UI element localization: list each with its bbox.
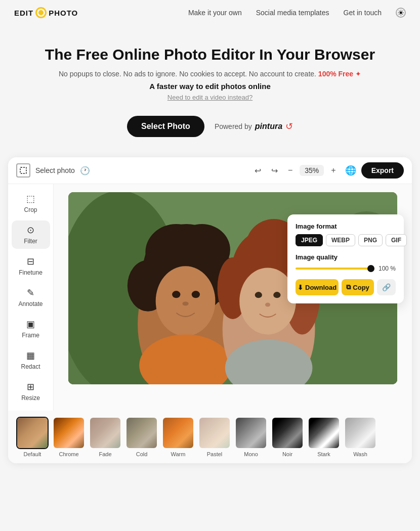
logo-photo-text: PHOTO [49,9,78,17]
filter-item-fade[interactable]: Fade [89,417,121,457]
copy-label: Copy [353,284,369,291]
format-section-label: Image format [296,223,396,230]
nav-link-get-in-touch[interactable]: Get in touch [344,9,382,17]
hero-section: The Free Online Photo Editor In Your Bro… [0,25,420,152]
filter-label-noir: Noir [282,451,292,457]
frame-label: Frame [22,332,39,339]
filter-preview-cold [127,418,157,448]
quality-slider[interactable] [296,268,374,270]
editor-toolbar: Select photo 🕐 ↩ ↪ − 35% + 🌐 Export [8,157,412,184]
format-png-button[interactable]: PNG [358,234,383,246]
filter-preview-chrome [54,418,84,448]
nav-link-social-media[interactable]: Social media templates [256,9,329,17]
redact-label: Redact [21,363,40,370]
editor-body: ⬚ Crop ⊙ Filter ⊟ Finetune ✎ Annotate ▣ … [8,184,412,411]
hero-star-icon: ✦ [355,70,361,78]
svg-point-22 [255,292,262,298]
svg-point-12 [172,291,180,298]
history-icon[interactable]: 🕐 [80,166,90,175]
tool-crop[interactable]: ⬚ Crop [12,189,50,217]
logo-sun-icon [35,7,47,18]
filter-label-pastel: Pastel [207,451,223,457]
zoom-out-button[interactable]: − [285,165,296,176]
filter-item-warm[interactable]: Warm [162,417,194,457]
filter-item-default[interactable]: Default [16,417,49,457]
toolbar-center: ↩ ↪ − 35% + [251,165,339,176]
filter-label-wash: Wash [353,451,367,457]
svg-rect-0 [20,167,26,173]
download-icon: ⬇ [298,284,303,291]
svg-point-24 [265,302,270,306]
select-frame-icon[interactable] [16,163,30,178]
format-webp-button[interactable]: WEBP [326,234,355,246]
pintura-logo: pintura [255,122,282,131]
tools-sidebar: ⬚ Crop ⊙ Filter ⊟ Finetune ✎ Annotate ▣ … [8,184,54,411]
sun-icon: ☀ [397,8,404,18]
filter-item-mono[interactable]: Mono [235,417,267,457]
svg-point-13 [192,291,200,298]
filter-item-noir[interactable]: Noir [271,417,304,457]
hero-subtitle: No popups to close. No ads to ignore. No… [10,70,410,78]
filter-item-wash[interactable]: Wash [344,417,376,457]
tool-frame[interactable]: ▣ Frame [12,315,50,343]
filter-item-chrome[interactable]: Chrome [53,417,85,457]
select-photo-button[interactable]: Select Photo [127,116,204,137]
filter-thumb-mono [235,417,267,449]
filter-thumb-default [16,417,49,449]
format-jpeg-button[interactable]: JPEG [296,234,323,246]
filter-thumb-wash [344,417,376,449]
powered-by-label: Powered by [215,122,252,130]
tool-resize[interactable]: ⊞ Resize [12,377,50,406]
quality-value-display: 100 % [379,265,396,272]
hero-video-link[interactable]: Need to edit a video instead? [167,94,253,101]
download-label: Download [305,284,337,291]
svg-point-14 [182,301,188,305]
finetune-icon: ⊟ [27,256,34,267]
filter-preview-mono [236,418,266,448]
toolbar-left: Select photo 🕐 [16,163,245,178]
theme-toggle-button[interactable]: ☀ [396,8,406,18]
filter-thumb-pastel [198,417,231,449]
export-button[interactable]: Export [361,162,404,179]
filter-thumb-warm [162,417,194,449]
filter-label-stark: Stark [317,451,330,457]
copy-icon: ⧉ [346,283,351,291]
zoom-in-button[interactable]: + [328,165,339,176]
filter-item-stark[interactable]: Stark [308,417,340,457]
filter-label-default: Default [24,451,41,457]
tool-finetune[interactable]: ⊟ Finetune [12,252,50,280]
filter-item-pastel[interactable]: Pastel [198,417,231,457]
annotate-label: Annotate [18,300,43,307]
filter-icon: ⊙ [27,225,34,236]
select-photo-toolbar-label[interactable]: Select photo [35,166,75,174]
filter-preview-fade [90,418,120,448]
nav-link-make-it-your-own[interactable]: Make it your own [188,9,242,17]
language-button[interactable]: 🌐 [345,165,356,176]
format-gif-button[interactable]: GIF [386,234,407,246]
svg-point-11 [156,266,216,336]
copy-button[interactable]: ⧉ Copy [342,279,374,295]
tool-filter[interactable]: ⊙ Filter [12,220,50,249]
filter-label-mono: Mono [244,451,258,457]
canvas-area: Image format JPEG WEBP PNG GIF Image qua… [54,184,412,411]
share-button[interactable]: 🔗 [377,279,396,295]
tool-redact[interactable]: ▦ Redact [12,346,50,374]
hero-tagline: A faster way to edit photos online [10,82,410,91]
filter-preview-noir [272,418,303,448]
navbar: EDIT PHOTO Make it your own Social media… [0,0,420,25]
crop-label: Crop [24,206,37,213]
download-button[interactable]: ⬇ Download [296,279,339,295]
editor-container: Select photo 🕐 ↩ ↪ − 35% + 🌐 Export ⬚ Cr… [8,157,412,463]
svg-point-23 [273,292,280,298]
annotate-icon: ✎ [27,287,34,298]
filter-item-cold[interactable]: Cold [125,417,158,457]
filter-label-fade: Fade [99,451,111,457]
tool-annotate[interactable]: ✎ Annotate [12,283,50,312]
nav-links: Make it your own Social media templates … [188,8,406,18]
undo-button[interactable]: ↩ [251,165,264,176]
filter-label-warm: Warm [171,451,186,457]
redo-button[interactable]: ↪ [268,165,281,176]
quality-section: Image quality 100 % [296,253,396,272]
filter-preview-warm [163,418,193,448]
filter-thumb-fade [89,417,121,449]
